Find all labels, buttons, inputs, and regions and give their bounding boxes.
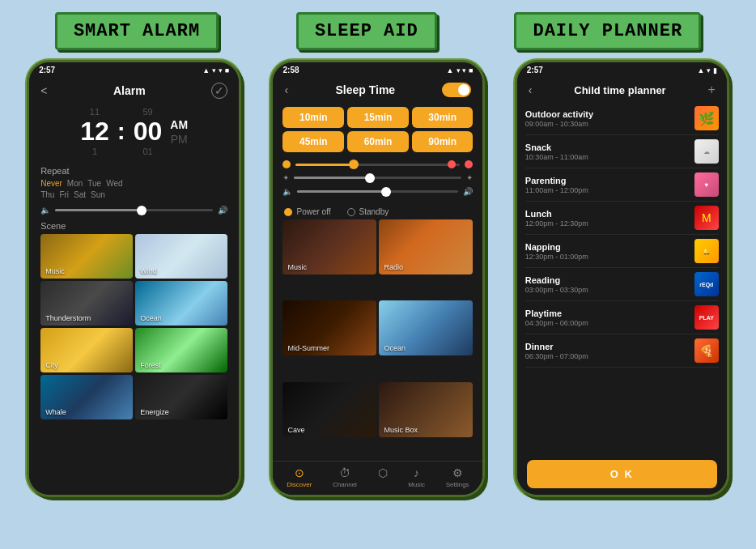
day-tue[interactable]: Tue: [87, 179, 101, 188]
planner-item-playtime[interactable]: Playtime 04:30pm - 06:00pm PLAY: [525, 301, 719, 334]
scene-thunderstorm[interactable]: Thunderstorm: [40, 281, 133, 326]
day-sun[interactable]: Sun: [91, 190, 105, 199]
add-event-icon[interactable]: +: [707, 83, 715, 97]
standby-option[interactable]: Standby: [347, 207, 389, 216]
brightness-slider[interactable]: [294, 177, 461, 179]
nav-center[interactable]: ⬡: [378, 466, 388, 488]
sleep-midsummer-label: Mid-Summer: [287, 344, 329, 352]
music-icon: ♪: [414, 466, 419, 479]
nav-channel[interactable]: ⏱ Channel: [333, 466, 357, 488]
time-buttons: 10min 15min 30min 45min 60min 90min: [273, 102, 482, 157]
repeat-label: Repeat: [40, 166, 227, 176]
time-btn-60min[interactable]: 60min: [347, 131, 409, 152]
planner-item-snack[interactable]: Snack 10:30am - 11:00am ☁: [525, 135, 719, 168]
parenting-icon: ♥: [694, 172, 719, 197]
day-never[interactable]: Never: [40, 179, 62, 188]
volume-slider[interactable]: [55, 209, 213, 211]
planner-item-lunch[interactable]: Lunch 12:00pm - 12:30pm M: [525, 202, 719, 235]
napping-icon: 🔔: [694, 239, 719, 263]
day-fri[interactable]: Fri: [59, 190, 69, 199]
napping-time: 12:30pm - 01:00pm: [525, 253, 694, 261]
time-btn-45min[interactable]: 45min: [282, 131, 344, 152]
sleep-scene-cave[interactable]: Cave: [282, 382, 376, 437]
planner-item-dinner[interactable]: Dinner 06:30pm - 07:00pm 🍕: [525, 334, 719, 368]
vol-low-icon: 🔈: [40, 206, 50, 215]
standby-radio: [347, 208, 355, 216]
back-icon-3[interactable]: ‹: [529, 83, 533, 96]
day-wed[interactable]: Wed: [106, 179, 122, 188]
channel-icon: ⏱: [339, 466, 350, 479]
planner-item-outdoor[interactable]: Outdoor activity 09:00am - 10:30am 🌿: [525, 102, 719, 135]
power-off-option[interactable]: Power off: [284, 207, 330, 216]
alarm-screen: < Alarm ✓ 11 12 1 : 59 00 01 AM: [29, 78, 239, 495]
brightness-slider-row: ✦ ✦: [282, 173, 473, 182]
scene-music[interactable]: Music: [40, 234, 133, 279]
planner-nav: ‹ Child time planner +: [517, 78, 727, 102]
playtime-icon: PLAY: [694, 305, 719, 330]
nav-music[interactable]: ♪ Music: [408, 466, 425, 488]
hour-main[interactable]: 12: [80, 117, 109, 147]
planner-item-reading[interactable]: Reading 03:00pm - 03:30pm rEQd: [525, 268, 719, 301]
scene-wind[interactable]: Wind: [135, 234, 227, 279]
planner-item-parenting[interactable]: Parenting 11:00am - 12:00pm ♥: [525, 168, 719, 202]
settings-icon: ⚙: [452, 466, 463, 479]
scene-energize[interactable]: Energize: [135, 375, 227, 419]
minute-main[interactable]: 00: [134, 117, 163, 147]
status-bar-3: 2:57 ▲ ▾ ▮: [517, 62, 727, 78]
sleep-scene-midsummer[interactable]: Mid-Summer: [282, 300, 376, 355]
power-off-radio: [284, 208, 292, 216]
sleep-scene-music[interactable]: Music: [282, 219, 376, 274]
scene-label: Scene: [40, 221, 227, 231]
center-icon: ⬡: [378, 466, 388, 479]
ampm-col: AM PM: [170, 118, 188, 146]
scene-city[interactable]: City: [40, 328, 133, 372]
wifi-icon-2: ▾ ▾: [457, 66, 467, 74]
planner-item-info-parenting: Parenting 11:00am - 12:00pm: [525, 176, 694, 194]
time-btn-15min[interactable]: 15min: [347, 107, 409, 128]
scene-whale[interactable]: Whale: [40, 375, 133, 419]
phone-smart-alarm: 2:57 ▲ ▾ ▾ ■ < Alarm ✓ 11 12 1 :: [27, 60, 241, 497]
phone-daily-planner: 2:57 ▲ ▾ ▮ ‹ Child time planner + Outdoo…: [515, 60, 729, 497]
time-btn-30min[interactable]: 30min: [412, 107, 474, 128]
snack-time: 10:30am - 11:00am: [525, 153, 694, 161]
scene-city-label: City: [45, 361, 58, 369]
scene-forest[interactable]: Forest: [135, 328, 227, 372]
sleep-toggle[interactable]: [442, 83, 471, 97]
snack-name: Snack: [525, 143, 694, 152]
sleep-scene-ocean[interactable]: Ocean: [379, 300, 473, 355]
back-icon-2[interactable]: ‹: [284, 83, 288, 96]
timer-slider[interactable]: [295, 164, 460, 166]
phones-row: 2:57 ▲ ▾ ▾ ■ < Alarm ✓ 11 12 1 :: [16, 60, 740, 497]
signal-icon-1: ▲: [202, 66, 210, 74]
am-label[interactable]: AM: [170, 118, 188, 131]
planner-item-info-outdoor: Outdoor activity 09:00am - 10:30am: [525, 109, 694, 128]
day-thu[interactable]: Thu: [40, 190, 54, 199]
bottom-nav: ⊙ Discover ⏱ Channel ⬡ ♪ Music ⚙ Sett: [273, 461, 482, 495]
scene-energize-label: Energize: [140, 408, 169, 416]
planner-item-napping[interactable]: Napping 12:30pm - 01:00pm 🔔: [525, 235, 719, 268]
smart-alarm-title: SMART ALARM: [55, 12, 219, 50]
ok-button[interactable]: O K: [527, 460, 717, 488]
sleep-scene-radio[interactable]: Radio: [379, 219, 473, 274]
nav-discover[interactable]: ⊙ Discover: [287, 466, 312, 488]
back-icon-1[interactable]: <: [40, 84, 47, 97]
channel-label: Channel: [333, 481, 357, 488]
sleep-scene-grid: Music Radio Mid-Summer Ocean Cave Music …: [273, 219, 482, 461]
day-sat[interactable]: Sat: [74, 190, 86, 199]
outdoor-icon: 🌿: [694, 106, 719, 130]
sleep-radio-label: Radio: [384, 263, 403, 271]
sleep-volume-slider[interactable]: [297, 190, 458, 193]
time-btn-10min[interactable]: 10min: [282, 107, 344, 128]
pm-label[interactable]: PM: [171, 133, 188, 146]
discover-label: Discover: [287, 481, 312, 488]
battery-icon-2: ■: [469, 66, 473, 74]
scene-ocean[interactable]: Ocean: [135, 281, 227, 326]
time-btn-90min[interactable]: 90min: [412, 131, 474, 152]
vol-high-icon-2: 🔊: [463, 187, 473, 196]
day-mon[interactable]: Mon: [67, 179, 83, 188]
parenting-name: Parenting: [525, 176, 694, 185]
sleep-scene-musicbox[interactable]: Music Box: [379, 382, 473, 437]
scene-whale-label: Whale: [45, 408, 66, 416]
nav-settings[interactable]: ⚙ Settings: [446, 466, 469, 488]
check-icon[interactable]: ✓: [211, 83, 227, 99]
